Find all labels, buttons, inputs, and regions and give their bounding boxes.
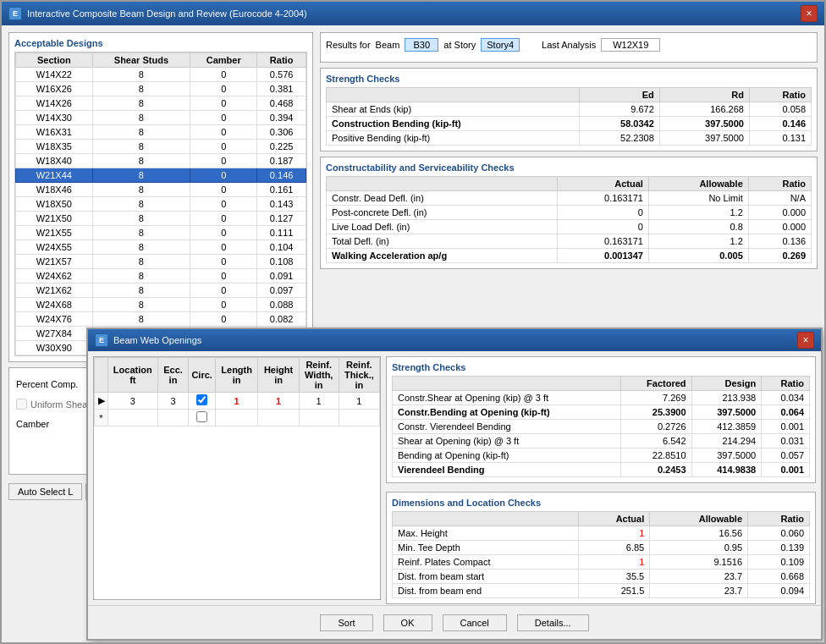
sort-button[interactable]: Sort (320, 614, 372, 631)
location-input[interactable] (111, 396, 155, 406)
opening-reinf-width[interactable] (299, 393, 339, 410)
dialog-bottom-buttons: Sort OK Cancel Details... (88, 605, 821, 639)
openings-table-container[interactable]: Locationft Ecc.in Circ. Lengthin Heighti… (93, 356, 381, 600)
opening-ecc[interactable] (157, 410, 189, 427)
opening-location[interactable] (108, 410, 158, 427)
dd-actual: 1 (579, 555, 650, 570)
ds-design: 397.5000 (691, 449, 762, 463)
dd-ratio: 0.060 (748, 526, 810, 541)
dialog-dimensions-row: Dist. from beam start 35.5 23.7 0.668 (393, 570, 810, 584)
opening-height[interactable] (258, 393, 299, 410)
opening-ecc[interactable] (157, 393, 189, 410)
opening-length[interactable] (215, 410, 258, 427)
dd-allowable: 9.1516 (650, 555, 748, 570)
main-window: E Interactive Composite Beam Design and … (0, 0, 826, 644)
dialog-dimensions-row: Reinf. Plates Compact 1 9.1516 0.109 (393, 555, 810, 570)
dd-actual: 35.5 (579, 570, 650, 584)
dialog-dimensions-row: Max. Height 1 16.56 0.060 (393, 526, 810, 541)
web-openings-dialog: E Beam Web Openings × Locationft Ecc.in (86, 328, 823, 641)
opening-length[interactable] (215, 393, 258, 410)
ds-factored: 25.3900 (621, 405, 691, 420)
ds-label: Shear at Opening (kip) @ 3 ft (393, 434, 621, 449)
ot-col-reinf-thick: Reinf.Thick., in (339, 358, 379, 393)
dialog-dimensions-table: Actual Allowable Ratio Max. Height 1 16.… (392, 511, 810, 598)
openings-table-row[interactable]: ▶ (95, 393, 380, 410)
ds-col-design: Design (691, 377, 762, 391)
circ-checkbox[interactable] (196, 411, 207, 422)
dd-col-allowable: Allowable (650, 512, 748, 526)
dialog-strength-row: Constr. Vierendeel Bending 0.2726 412.38… (393, 420, 810, 434)
dd-actual: 251.5 (579, 584, 650, 598)
ds-ratio: 0.031 (762, 434, 810, 449)
openings-table: Locationft Ecc.in Circ. Lengthin Heighti… (94, 357, 380, 427)
ds-label: Bending at Opening (kip-ft) (393, 449, 621, 463)
row-indicator: * (95, 410, 108, 427)
dd-col-label (393, 512, 579, 526)
dialog-strength-section: Strength Checks Factored Design Ratio (386, 356, 816, 483)
opening-location[interactable] (108, 393, 158, 410)
dialog-strength-row: Bending at Opening (kip-ft) 22.8510 397.… (393, 449, 810, 463)
ok-button[interactable]: OK (383, 614, 432, 631)
dd-actual: 6.85 (579, 541, 650, 555)
ds-ratio: 0.034 (762, 391, 810, 405)
dialog-title-bar: E Beam Web Openings × (88, 329, 821, 351)
ds-design: 397.5000 (691, 405, 762, 420)
opening-reinf-width[interactable] (299, 410, 339, 427)
dd-col-ratio: Ratio (748, 512, 810, 526)
dialog-strength-row: Shear at Opening (kip) @ 3 ft 6.542 214.… (393, 434, 810, 449)
dd-allowable: 16.56 (650, 526, 748, 541)
dialog-dimensions-row: Min. Tee Depth 6.85 0.95 0.139 (393, 541, 810, 555)
length-input[interactable] (218, 396, 256, 406)
location-input[interactable] (111, 413, 155, 423)
dialog-strength-row: Constr.Bending at Opening (kip-ft) 25.39… (393, 405, 810, 420)
dd-label: Dist. from beam end (393, 584, 579, 598)
dd-label: Dist. from beam start (393, 570, 579, 584)
ds-col-label (393, 377, 621, 391)
reinf-width-input[interactable] (302, 413, 336, 423)
ds-factored: 22.8510 (621, 449, 691, 463)
dd-label: Reinf. Plates Compact (393, 555, 579, 570)
height-input[interactable] (261, 396, 295, 406)
ds-ratio: 0.001 (762, 463, 810, 477)
dialog-strength-row: Vierendeel Bending 0.2453 414.9838 0.001 (393, 463, 810, 477)
ecc-input[interactable] (161, 396, 186, 406)
opening-reinf-thick[interactable] (339, 393, 379, 410)
dd-allowable: 23.7 (650, 584, 748, 598)
dialog-right: Strength Checks Factored Design Ratio (386, 356, 816, 600)
reinf-thick-input[interactable] (342, 396, 377, 406)
ot-col-circ: Circ. (189, 358, 215, 393)
opening-circ[interactable] (189, 393, 215, 410)
ecc-input[interactable] (161, 413, 186, 423)
ds-design: 414.9838 (691, 463, 762, 477)
length-input[interactable] (218, 413, 256, 423)
ds-label: Vierendeel Bending (393, 463, 621, 477)
cancel-button[interactable]: Cancel (443, 614, 507, 631)
ds-label: Constr.Shear at Opening (kip) @ 3 ft (393, 391, 621, 405)
dd-col-actual: Actual (579, 512, 650, 526)
dialog-dimensions-row: Dist. from beam end 251.5 23.7 0.094 (393, 584, 810, 598)
reinf-width-input[interactable] (302, 396, 336, 406)
opening-height[interactable] (258, 410, 299, 427)
ds-factored: 0.2726 (621, 420, 691, 434)
dd-allowable: 0.95 (650, 541, 748, 555)
ds-col-ratio: Ratio (762, 377, 810, 391)
details-button[interactable]: Details... (517, 614, 589, 631)
dialog-title: Beam Web Openings (113, 335, 201, 345)
opening-reinf-thick[interactable] (339, 410, 379, 427)
ds-ratio: 0.057 (762, 449, 810, 463)
ds-design: 214.294 (691, 434, 762, 449)
dialog-close-button[interactable]: × (797, 332, 814, 349)
ds-ratio: 0.064 (762, 405, 810, 420)
openings-table-row[interactable]: * (95, 410, 380, 427)
ot-col-reinf-width: Reinf.Width, in (299, 358, 339, 393)
height-input[interactable] (261, 413, 295, 423)
reinf-thick-input[interactable] (342, 413, 377, 423)
dd-allowable: 23.7 (650, 570, 748, 584)
dialog-icon: E (95, 333, 108, 347)
dialog-strength-title: Strength Checks (392, 362, 810, 372)
opening-circ[interactable] (189, 410, 215, 427)
dd-actual: 1 (579, 526, 650, 541)
ds-ratio: 0.001 (762, 420, 810, 434)
circ-checkbox[interactable] (196, 394, 207, 405)
dialog-overlay: E Beam Web Openings × Locationft Ecc.in (2, 2, 824, 642)
